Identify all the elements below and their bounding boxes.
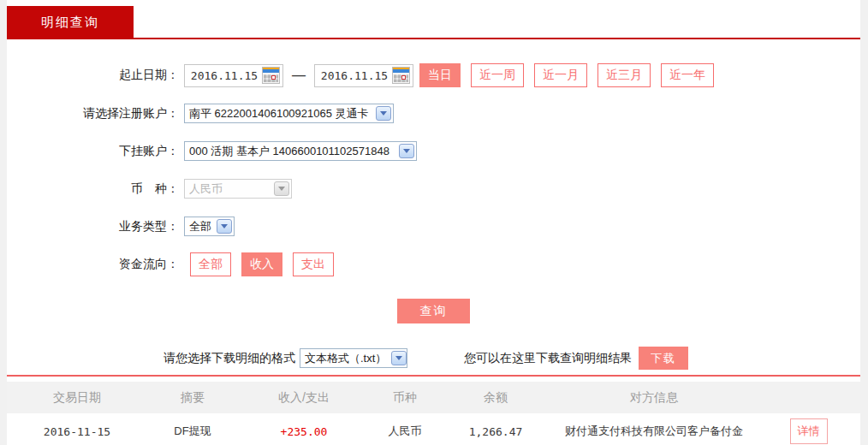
header-summary: 摘要: [147, 390, 238, 406]
date-range-row: 起止日期： — 当日 近一周 近一月 近三月 近: [7, 63, 860, 87]
header-income-expense: 收入/支出: [238, 390, 370, 406]
download-format-select[interactable]: 文本格式（.txt）: [300, 348, 407, 368]
sub-account-value: 000 活期 基本户 1406600101102571848: [189, 144, 389, 159]
content-panel: 明细查询 起止日期： — 当日: [7, 0, 860, 439]
cell-currency: 人民币: [370, 424, 440, 439]
header-currency: 币种: [370, 390, 440, 406]
table-row: 2016-11-15 DF提现 +235.00 人民币 1,266.47 财付通…: [7, 413, 860, 445]
chevron-down-icon: [391, 351, 407, 365]
header-balance: 余额: [440, 390, 551, 406]
tab-detail-query[interactable]: 明细查询: [7, 6, 134, 39]
query-button[interactable]: 查询: [397, 299, 470, 323]
sub-account-label: 下挂账户：: [7, 144, 184, 159]
cell-counterparty: 财付通支付科技有限公司客户备付金: [551, 424, 757, 439]
cell-amount: +235.00: [238, 425, 370, 438]
download-format-value: 文本格式（.txt）: [305, 351, 386, 366]
business-type-value: 全部: [189, 219, 211, 234]
currency-row: 币 种： 人民币: [7, 177, 860, 200]
calendar-icon[interactable]: [392, 67, 410, 84]
download-hint: 您可以在这里下载查询明细结果: [464, 351, 632, 366]
cell-balance: 1,266.47: [440, 425, 551, 438]
sub-account-row: 下挂账户： 000 活期 基本户 1406600101102571848: [7, 139, 860, 163]
quick-range-week-button[interactable]: 近一周: [471, 63, 524, 87]
table-header-row: 交易日期 摘要 收入/支出 币种 余额 对方信息: [7, 382, 860, 413]
quick-range-today-button[interactable]: 当日: [419, 63, 461, 87]
currency-select: 人民币: [184, 179, 292, 199]
currency-value: 人民币: [189, 181, 223, 197]
business-type-row: 业务类型： 全部: [7, 215, 860, 238]
chevron-down-icon: [274, 181, 289, 196]
end-date-box: [314, 64, 413, 87]
query-button-row: 查询: [7, 299, 860, 323]
tab-label: 明细查询: [41, 15, 99, 31]
download-button[interactable]: 下载: [639, 347, 688, 370]
fund-direction-label: 资金流向：: [7, 257, 184, 272]
register-account-label: 请选择注册账户：: [7, 106, 184, 122]
fund-direction-all-button[interactable]: 全部: [190, 252, 231, 276]
quick-range-month-button[interactable]: 近一月: [534, 63, 587, 87]
fund-direction-income-button[interactable]: 收入: [241, 252, 282, 276]
start-date-box: [184, 64, 283, 87]
cell-summary: DF提现: [147, 424, 238, 439]
fund-direction-row: 资金流向： 全部 收入 支出: [7, 252, 860, 276]
business-type-label: 业务类型：: [7, 219, 184, 234]
register-account-value: 南平 6222001406100921065 灵通卡: [189, 106, 369, 122]
end-date-input[interactable]: [317, 69, 392, 82]
date-range-dash: —: [292, 68, 306, 83]
detail-button[interactable]: 详情: [790, 418, 828, 444]
register-account-row: 请选择注册账户： 南平 6222001406100921065 灵通卡: [7, 102, 860, 125]
sub-account-select[interactable]: 000 活期 基本户 1406600101102571848: [184, 141, 417, 161]
fund-direction-expense-button[interactable]: 支出: [293, 252, 334, 276]
download-row: 请您选择下载明细的格式 文本格式（.txt） 您可以在这里下载查询明细结果 下载: [7, 347, 860, 370]
quick-range-quarter-button[interactable]: 近三月: [597, 63, 651, 87]
currency-label: 币 种：: [7, 181, 184, 197]
quick-range-year-button[interactable]: 近一年: [661, 63, 714, 87]
chevron-down-icon: [399, 144, 414, 158]
date-range-label: 起止日期：: [7, 68, 184, 83]
start-date-input[interactable]: [187, 69, 262, 82]
header-counterparty: 对方信息: [551, 390, 757, 406]
chevron-down-icon: [376, 106, 391, 121]
cell-trade-date: 2016-11-15: [7, 425, 147, 438]
header-trade-date: 交易日期: [7, 390, 147, 406]
query-form: 起止日期： — 当日 近一周 近一月 近三月 近: [7, 0, 860, 445]
detail-query-page: 明细查询 起止日期： — 当日: [0, 0, 868, 445]
table-top-separator: [7, 375, 860, 377]
tab-underline: [7, 38, 860, 39]
download-format-label: 请您选择下载明细的格式: [163, 351, 295, 366]
chevron-down-icon: [217, 219, 232, 234]
business-type-select[interactable]: 全部: [184, 217, 235, 236]
register-account-select[interactable]: 南平 6222001406100921065 灵通卡: [184, 104, 394, 123]
calendar-icon[interactable]: [262, 67, 280, 84]
